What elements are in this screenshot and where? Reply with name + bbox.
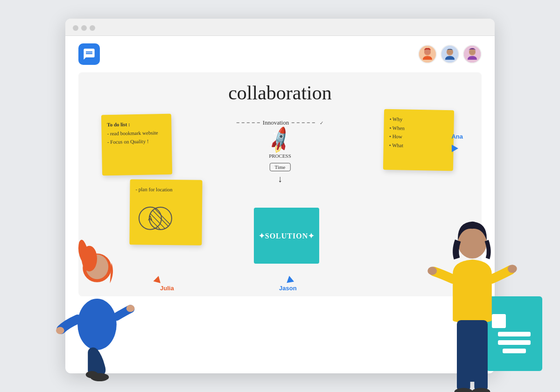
innovation-area: Innovation ✓ 🚀 PROCESS Time ↓ <box>237 119 323 184</box>
svg-point-8 <box>469 49 476 55</box>
browser-chrome <box>65 19 495 36</box>
avatar-user3[interactable] <box>463 45 482 63</box>
svg-point-33 <box>472 388 490 392</box>
svg-point-25 <box>86 371 98 378</box>
svg-point-22 <box>56 327 64 334</box>
dot-red <box>73 25 78 31</box>
cursor-jason-arrow <box>286 275 294 283</box>
solution-label: ✦SOLUTION✦ <box>259 231 315 240</box>
svg-point-31 <box>508 265 517 273</box>
cursor-ana-label: Ana <box>451 133 463 140</box>
svg-rect-29 <box>474 351 488 392</box>
svg-point-30 <box>427 267 437 275</box>
svg-line-14 <box>153 207 172 225</box>
sticky-note-todo[interactable]: To do list : - read bookmark website - F… <box>101 114 172 176</box>
svg-point-32 <box>455 388 473 392</box>
cursor-julia-label: Julia <box>160 285 174 292</box>
svg-point-20 <box>82 246 97 272</box>
browser-window: collaboration To do list : - read bookma… <box>65 19 495 373</box>
person-julia <box>46 222 148 380</box>
cursor-julia-arrow <box>153 275 162 283</box>
sticky-note-bullets[interactable]: • Why • When • How • What <box>383 109 454 171</box>
svg-rect-28 <box>457 351 470 392</box>
svg-point-5 <box>447 49 453 55</box>
whiteboard-title: collaboration <box>228 82 332 104</box>
process-label: PROCESS <box>237 153 323 159</box>
app-logo[interactable] <box>78 43 100 65</box>
avatar-user2[interactable] <box>441 45 459 63</box>
svg-text:A: A <box>148 214 153 221</box>
solution-box: ✦SOLUTION✦ <box>254 208 319 264</box>
app-header <box>65 36 495 72</box>
avatar-user1[interactable] <box>418 45 437 63</box>
time-box: Time <box>270 163 291 171</box>
whiteboard-area: collaboration To do list : - read bookma… <box>78 72 482 296</box>
dot-yellow <box>81 25 87 31</box>
user-avatars <box>418 45 482 63</box>
logo-icon <box>83 48 96 61</box>
svg-point-23 <box>126 305 135 312</box>
cursor-ana-arrow <box>452 145 458 152</box>
cursor-jason-label: Jason <box>279 285 297 292</box>
dot-green <box>90 25 95 31</box>
svg-point-17 <box>77 299 117 350</box>
browser-dots <box>73 25 95 31</box>
person-ana <box>421 212 524 392</box>
